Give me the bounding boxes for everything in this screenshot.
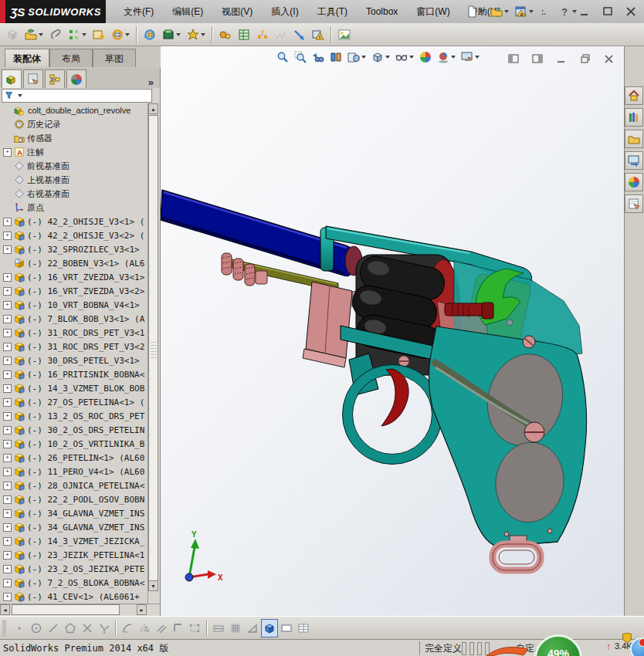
spline-points-button[interactable]	[187, 619, 204, 637]
reference-geometry-button[interactable]	[185, 26, 208, 43]
rotate-component-button[interactable]	[141, 26, 158, 43]
minimize-button[interactable]	[576, 4, 593, 19]
scroll-right-button[interactable]: ►	[137, 604, 147, 615]
tree-item[interactable]: +(-) 26_PETELIN<1> (AL60	[0, 451, 149, 465]
component-pattern-caret[interactable]	[82, 33, 86, 36]
tree-filter-box[interactable]	[2, 89, 152, 103]
tab-sketch[interactable]: 草图	[93, 49, 136, 67]
component-pattern-button[interactable]	[66, 26, 89, 43]
tree-horizontal-scrollbar[interactable]: ◄ ►	[0, 604, 160, 616]
apply-scene-button[interactable]	[418, 49, 433, 65]
expand-toggle[interactable]: +	[3, 495, 12, 504]
tree-vertical-scrollbar[interactable]: ▲ ▼	[147, 103, 159, 604]
tab-layout[interactable]: 布局	[49, 49, 93, 67]
trim-button[interactable]	[79, 619, 96, 637]
explode-line-sketch-button[interactable]	[273, 26, 290, 43]
interference-detection-button[interactable]: !	[310, 26, 327, 43]
point-button[interactable]	[11, 619, 28, 637]
expand-toggle[interactable]: +	[3, 509, 12, 518]
tree-item[interactable]: +(-) 14_3_VZMET_JEZICKA_	[0, 534, 149, 548]
tree-item[interactable]: +(-) 22_2_PODL_OSOV_BOBN	[0, 492, 149, 506]
expand-toggle[interactable]: +	[3, 398, 12, 407]
tree-item[interactable]: +(-) 16_VRT_ZVEZDA_V3<2>	[0, 284, 149, 298]
open-part-button[interactable]	[22, 26, 46, 43]
exploded-view-button[interactable]	[254, 26, 271, 43]
scroll-down-button[interactable]: ▼	[148, 580, 158, 591]
graphics-viewport[interactable]: X Y	[161, 46, 624, 616]
angle-lines-button[interactable]	[96, 619, 113, 637]
options-a-caret[interactable]	[529, 10, 534, 13]
tree-item[interactable]: +(-) 7_2_OS_BLOKA_BOBNA<	[0, 576, 149, 590]
minimize-doc-button[interactable]	[553, 51, 570, 66]
model-trigger[interactable]	[381, 369, 408, 426]
tree-item[interactable]: +(-) 23_JEZIK_PETELINA<1	[0, 548, 149, 562]
menu-e[interactable]: 编辑(E)	[164, 2, 211, 22]
edit-appearance-button[interactable]	[459, 49, 481, 65]
table-view-button[interactable]	[295, 619, 312, 637]
tree-item[interactable]: +(-) 16_PRITISNIK_BOBNA<	[0, 367, 149, 381]
scroll-left-button[interactable]: ◄	[0, 604, 10, 615]
tree-item[interactable]: +(-) 30_2_OS_DRS_PETELIN	[0, 423, 149, 437]
expand-toggle[interactable]: +	[3, 426, 12, 435]
menu-w[interactable]: 窗口(W)	[408, 2, 457, 22]
view-orientation-button[interactable]	[346, 49, 368, 65]
scroll-up-button[interactable]: ▲	[148, 103, 158, 114]
hscroll-thumb[interactable]	[12, 604, 120, 615]
move-component-caret[interactable]	[125, 33, 130, 36]
model-grip[interactable]	[429, 326, 586, 546]
tree-item[interactable]: +(-) 28_OJNICA_PETELINA<	[0, 478, 149, 492]
polygon-button[interactable]	[62, 619, 79, 637]
mirror-button[interactable]	[136, 619, 153, 637]
tree-item[interactable]: +(-) 30_DRS_PETEL_V3<1>	[0, 353, 149, 367]
home-button[interactable]	[625, 86, 643, 105]
expand-toggle[interactable]: +	[3, 440, 12, 448]
tree-item[interactable]: 右视基准面	[0, 187, 149, 201]
grid-button[interactable]	[227, 619, 244, 637]
restore-doc-button[interactable]	[577, 51, 594, 66]
hide-show-items-caret[interactable]	[409, 56, 414, 59]
open-folder-button[interactable]	[488, 4, 511, 19]
edit-appearance-caret[interactable]	[475, 56, 480, 59]
expand-toggle[interactable]: +	[3, 551, 12, 560]
smart-fasteners-button[interactable]	[90, 26, 107, 43]
insert-component-button[interactable]	[4, 26, 21, 43]
assembly-features-button[interactable]	[160, 26, 183, 43]
motion-study-button[interactable]	[217, 26, 234, 43]
open-folder-caret[interactable]	[504, 10, 509, 13]
tree-item[interactable]: +(-) 7_BLOK_BOB_V3<1> (A	[0, 312, 149, 326]
options-a-button[interactable]: A	[513, 4, 536, 19]
zoom-area-button[interactable]	[293, 49, 308, 65]
new-doc-button[interactable]	[463, 4, 486, 19]
tree-item[interactable]: 前视基准面	[0, 159, 149, 173]
parallel-button[interactable]	[153, 619, 170, 637]
close-doc-button[interactable]	[601, 51, 618, 66]
tree-item[interactable]: +(-) 42_2_OHISJE_V3<2> (	[0, 228, 149, 242]
tree-item[interactable]: +(-) 10_VRT_BOBNA_V4<1>	[0, 298, 149, 312]
tree-item[interactable]: +(-) 31_ROC_DRS_PET_V3<2	[0, 340, 149, 353]
expand-toggle[interactable]: +	[3, 315, 12, 323]
expand-toggle[interactable]: +	[3, 579, 12, 587]
expand-toggle[interactable]: +	[3, 329, 12, 337]
expand-toggle[interactable]: +	[3, 454, 12, 462]
tree-item[interactable]: +(-) 34_GLAVNA_VZMET_INS	[0, 520, 149, 534]
expand-toggle[interactable]: +	[3, 482, 12, 490]
expand-toggle[interactable]: +	[3, 232, 12, 240]
expand-toggle[interactable]: +	[3, 565, 12, 573]
expand-toggle[interactable]: +	[3, 412, 12, 421]
open-part-caret[interactable]	[39, 33, 43, 36]
display-style-button[interactable]	[370, 49, 391, 65]
tree-item[interactable]: 原点	[0, 201, 149, 215]
new-doc-caret[interactable]	[480, 10, 484, 13]
tree-item[interactable]: 历史记录	[0, 117, 149, 131]
tree-item[interactable]: +(-) 14_3_VZMET_BLOK_BOB	[0, 381, 149, 395]
file-explorer-button[interactable]	[625, 130, 643, 148]
zoom-fit-button[interactable]	[275, 49, 290, 65]
panel-tab-featuremanager[interactable]	[2, 69, 22, 88]
menu-toolbox[interactable]: Toolbox	[358, 3, 405, 20]
tree-item[interactable]: +(-) 10_2_OS_VRTILNIKA_B	[0, 437, 149, 451]
menu-v[interactable]: 视图(V)	[214, 2, 260, 22]
view-settings-button[interactable]	[436, 49, 457, 65]
view-cube-button[interactable]	[261, 619, 278, 637]
tree-item[interactable]: +(-) 13_2_OS_ROC_DRS_PET	[0, 409, 149, 423]
panel-tab-configurationmanager[interactable]	[45, 69, 65, 88]
